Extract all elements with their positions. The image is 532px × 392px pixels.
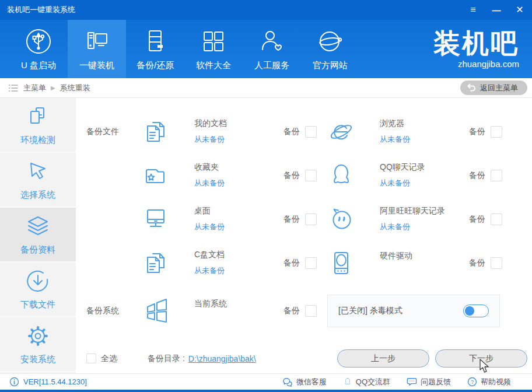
back-to-main-menu-button[interactable]: 返回主菜单 [460,80,527,95]
backup-item-wangwang-chat: 阿里旺旺聊天记录 从未备份 备份 [327,205,502,233]
bottom-action-row: 全选 备份目录 : D:\zhuangjiba\bak\ 上一步 下一步 [86,349,532,368]
footer-link-qq-group[interactable]: QQ交流群 [343,377,390,387]
qq-icon [327,162,355,190]
backup-row-1: 备份文件 我的文档 从未备份 备份 [86,110,532,153]
sidebar-item-label: 选择系统 [20,190,55,201]
item-title: 收藏夹 [194,162,284,173]
desktop-icon [142,205,170,233]
brand-logo: 装机吧 zhuangjiba.com [433,20,519,78]
item-title: 硬件驱动 [380,251,469,261]
backup-status-link[interactable]: 从未备份 [380,134,469,145]
sidebar: 环境检测 选择系统 备份资料 [0,98,76,373]
backup-row-3: 桌面 从未备份 备份 阿里旺旺聊天记录 从未备份 [86,197,532,241]
sidebar-item-label: 备份资料 [20,244,55,256]
software-collection-icon [200,27,228,55]
backup-row-2: 收藏夹 从未备份 备份 QQ聊天记录 从未备份 备份 [86,153,532,197]
backup-system-row: 备份系统 当前系统 备份 [已关闭] 杀毒 [86,285,532,337]
backup-checkbox[interactable] [491,257,502,269]
backup-label: 备份 [284,306,300,316]
window-controls: ≡ ― ✕ [468,5,525,15]
backup-checkbox[interactable] [491,126,502,138]
qq-group-icon [343,377,352,387]
nav-item-software-collection[interactable]: 软件大全 [184,20,243,78]
backup-status-link[interactable]: 从未备份 [194,222,284,232]
sidebar-item-environment-check[interactable]: 环境检测 [0,98,76,153]
breadcrumb-arrow-icon: ▶ [51,85,55,91]
backup-status-link[interactable]: 从未备份 [194,265,284,276]
backup-item-qq-chat: QQ聊天记录 从未备份 备份 [327,162,502,190]
footer-link-help-video[interactable]: ? 帮助视频 [467,377,511,387]
backup-status-link [380,267,469,275]
c-drive-docs-icon [142,249,170,277]
main-content: 备份文件 我的文档 从未备份 备份 [76,98,532,373]
backup-label: 备份 [469,214,485,225]
download-files-icon [25,268,51,294]
logo-domain: zhuangjiba.com [458,59,519,69]
item-title: 我的文档 [194,118,284,129]
select-all-checkbox[interactable] [86,354,96,363]
feedback-icon [407,377,417,387]
backup-data-icon [25,214,51,239]
backup-label: 备份 [284,214,300,225]
sidebar-item-backup-data[interactable]: 备份资料 [0,208,76,262]
svg-text:?: ? [471,379,474,385]
sidebar-item-label: 安装系统 [20,354,55,365]
backup-checkbox[interactable] [305,214,317,225]
next-step-button[interactable]: 下一步 [435,349,527,368]
breadcrumb-root[interactable]: 主菜单 [23,83,46,93]
nav-label: U 盘启动 [21,60,56,71]
footer-links: 微信客服 QQ交流群 问题反馈 ? [282,377,511,387]
antivirus-toggle[interactable] [463,304,489,317]
backup-checkbox[interactable] [491,214,502,225]
nav-item-backup-restore[interactable]: 备份/还原 [126,20,184,78]
sidebar-item-install-system[interactable]: 安装系统 [0,317,76,372]
sidebar-item-label: 下载文件 [20,299,55,310]
backup-checkbox[interactable] [305,305,317,317]
backup-status-link[interactable]: 从未备份 [380,222,469,232]
backup-item-favorites: 收藏夹 从未备份 备份 [142,162,317,190]
backup-label: 备份 [284,170,300,181]
main-nav: U 盘启动 一键装机 备份/还原 [0,20,532,78]
version-text: VER[11.5.44.1230] [23,377,87,386]
close-icon[interactable]: ✕ [514,5,525,15]
install-system-icon [25,323,51,349]
backup-status-link[interactable]: 从未备份 [194,134,284,145]
backup-label: 备份 [469,127,485,137]
backup-label: 备份 [284,127,300,137]
sidebar-item-download-files[interactable]: 下载文件 [0,262,76,317]
item-title: 当前系统 [194,299,284,309]
back-arrow-icon [466,83,476,92]
environment-check-icon [25,104,51,130]
version-info: VER[11.5.44.1230] [9,377,87,387]
backup-checkbox[interactable] [305,257,317,269]
menu-icon[interactable]: ≡ [468,5,478,15]
backup-label: 备份 [469,258,485,268]
usb-boot-icon [24,27,52,55]
previous-step-button[interactable]: 上一步 [337,349,429,368]
item-title: 阿里旺旺聊天记录 [380,206,469,216]
backup-checkbox[interactable] [491,170,502,181]
documents-icon [142,118,170,146]
nav-item-human-service[interactable]: 人工服务 [243,20,301,78]
backup-status-link[interactable]: 从未备份 [380,178,469,188]
item-title: 桌面 [194,206,284,216]
toggle-knob [465,306,474,316]
nav-label: 软件大全 [196,60,231,71]
antivirus-mode-label: [已关闭] 杀毒模式 [338,306,402,316]
minimize-icon[interactable]: ― [491,6,502,15]
backup-dir-link[interactable]: D:\zhuangjiba\bak\ [188,354,256,363]
backup-checkbox[interactable] [305,170,317,181]
nav-item-official-website[interactable]: 官方网站 [301,20,359,78]
sidebar-item-select-system[interactable]: 选择系统 [0,153,76,208]
footer-link-wechat-service[interactable]: 微信客服 [282,377,327,387]
hardware-driver-icon [327,249,355,277]
footer-link-feedback[interactable]: 问题反馈 [407,377,451,387]
sidebar-item-label: 环境检测 [20,135,55,146]
backup-checkbox[interactable] [305,126,317,138]
backup-status-link[interactable]: 从未备份 [194,178,284,188]
nav-label: 备份/还原 [136,60,174,71]
breadcrumb: 主菜单 ▶ 系统重装 返回主菜单 [0,78,532,98]
nav-item-usb-boot[interactable]: U 盘启动 [9,20,68,78]
nav-item-one-click-install[interactable]: 一键装机 [68,20,126,78]
backup-status-link [194,314,284,323]
